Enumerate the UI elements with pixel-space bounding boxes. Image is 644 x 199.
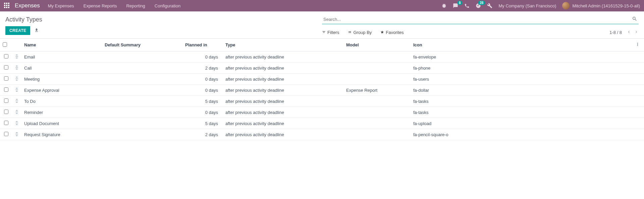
cell-model [343,74,411,85]
user-menu[interactable]: Mitchell Admin (14161529-15-0-all) [562,2,640,9]
table-row[interactable]: Upload Document5 daysafter previous acti… [0,118,644,129]
drag-handle-icon[interactable] [15,54,18,59]
cell-icon: fa-tasks [411,96,633,107]
search-box [322,15,639,24]
pager-text[interactable]: 1-8 / 8 [609,30,622,35]
cell-model [343,51,411,63]
cell-model [343,129,411,140]
drag-handle-icon[interactable] [15,66,18,71]
kebab-icon[interactable] [635,43,640,48]
control-panel: Activity Types CREATE Filters Gro [0,11,644,39]
row-checkbox[interactable] [4,110,8,114]
cell-name: To Do [21,96,102,107]
table-row[interactable]: Meeting0 daysafter previous activity dea… [0,74,644,85]
cell-type: after previous activity deadline [223,107,343,118]
pager-next[interactable] [634,30,639,35]
table-row[interactable]: Expense Approval0 daysafter previous act… [0,85,644,96]
row-checkbox[interactable] [4,98,8,103]
cell-icon: fa-tasks [411,107,633,118]
table-row[interactable]: Request Signature2 daysafter previous ac… [0,129,644,140]
drag-handle-icon[interactable] [15,88,18,93]
bug-icon[interactable] [441,3,447,8]
cell-name: Call [21,63,102,74]
cell-summary [102,85,182,96]
cell-planned: 0 days [182,107,223,118]
drag-handle-icon[interactable] [15,77,18,82]
cell-planned: 2 days [182,63,223,74]
drag-handle-icon[interactable] [15,121,18,126]
row-checkbox[interactable] [4,65,8,70]
groupby-button[interactable]: Group By [348,30,372,35]
cell-type: after previous activity deadline [223,51,343,63]
pager-prev[interactable] [627,30,631,35]
phone-icon[interactable] [464,3,470,8]
tools-icon[interactable] [487,3,492,8]
apps-icon[interactable] [4,3,10,9]
create-button[interactable]: CREATE [5,26,30,35]
cell-type: after previous activity deadline [223,129,343,140]
cell-name: Upload Document [21,118,102,129]
nav-configuration[interactable]: Configuration [155,3,180,8]
cell-name: Request Signature [21,129,102,140]
table-row[interactable]: Email0 daysafter previous activity deadl… [0,51,644,63]
messages-badge: 8 [457,1,463,5]
cell-summary [102,96,182,107]
nav-expense-reports[interactable]: Expense Reports [84,3,117,8]
table-row[interactable]: To Do5 daysafter previous activity deadl… [0,96,644,107]
list-icon [348,30,352,35]
select-all-checkbox[interactable] [3,42,7,47]
cell-planned: 5 days [182,118,223,129]
activity-types-table: Name Default Summary Planned in Type Mod… [0,39,644,140]
search-input[interactable] [322,15,639,24]
cell-name: Meeting [21,74,102,85]
row-checkbox[interactable] [4,132,8,136]
groupby-label: Group By [353,30,372,35]
drag-handle-icon[interactable] [15,99,18,104]
table-header-row: Name Default Summary Planned in Type Mod… [0,39,644,51]
top-nav: Expenses My Expenses Expense Reports Rep… [0,0,644,11]
filters-label: Filters [327,30,339,35]
breadcrumb: Activity Types [5,15,322,23]
app-brand[interactable]: Expenses [15,2,40,9]
cell-type: after previous activity deadline [223,63,343,74]
cell-summary [102,129,182,140]
activities-badge: 28 [478,1,485,5]
filters-button[interactable]: Filters [322,30,339,35]
row-checkbox[interactable] [4,76,8,81]
nav-reporting[interactable]: Reporting [126,3,145,8]
cell-summary [102,118,182,129]
row-checkbox[interactable] [4,54,8,58]
row-checkbox[interactable] [4,87,8,92]
cell-planned: 5 days [182,96,223,107]
cell-icon: fa-envelope [411,51,633,63]
col-name[interactable]: Name [21,39,102,51]
nav-my-expenses[interactable]: My Expenses [48,3,74,8]
table-row[interactable]: Call2 daysafter previous activity deadli… [0,63,644,74]
favorites-button[interactable]: Favorites [380,30,404,35]
col-planned[interactable]: Planned in [182,39,223,51]
nav-right: 8 28 My Company (San Francisco) Mitchell… [441,2,640,9]
search-icon[interactable] [632,16,637,23]
cell-name: Reminder [21,107,102,118]
drag-handle-icon[interactable] [15,110,18,115]
cell-model [343,107,411,118]
import-button[interactable] [34,28,39,34]
favorites-label: Favorites [386,30,404,35]
cell-summary [102,107,182,118]
cell-type: after previous activity deadline [223,85,343,96]
messages-icon[interactable]: 8 [453,3,458,8]
col-type[interactable]: Type [223,39,343,51]
table-row[interactable]: Reminder0 daysafter previous activity de… [0,107,644,118]
cell-planned: 2 days [182,129,223,140]
cell-model [343,96,411,107]
col-summary[interactable]: Default Summary [102,39,182,51]
company-switcher[interactable]: My Company (San Francisco) [498,3,556,8]
cell-type: after previous activity deadline [223,74,343,85]
cell-planned: 0 days [182,51,223,63]
activities-icon[interactable]: 28 [476,3,481,8]
col-icon[interactable]: Icon [411,39,633,51]
col-model[interactable]: Model [343,39,411,51]
drag-handle-icon[interactable] [15,132,18,137]
row-checkbox[interactable] [4,121,8,125]
cell-summary [102,63,182,74]
